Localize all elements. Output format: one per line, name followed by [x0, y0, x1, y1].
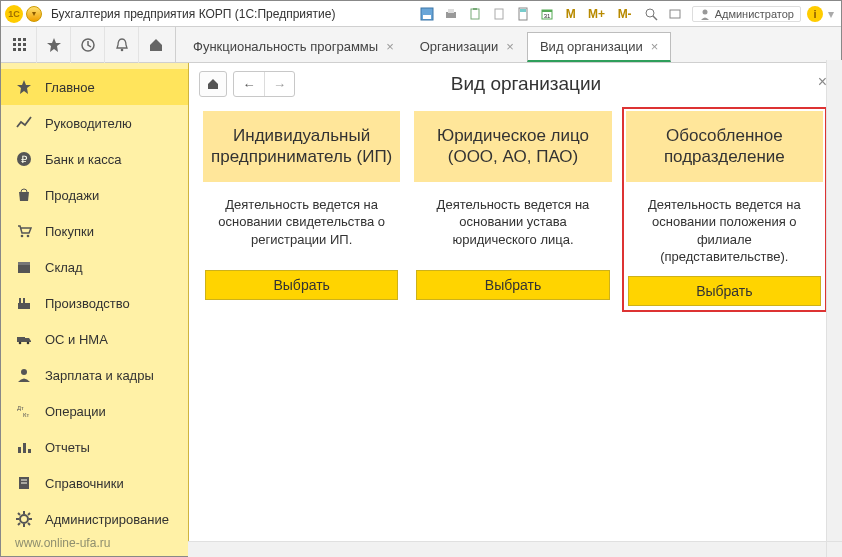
bars-icon [15, 438, 33, 456]
svg-point-39 [19, 342, 22, 345]
window-icon[interactable] [664, 4, 686, 24]
sidebar-item-dtkt[interactable]: ДтКтОперации [1, 393, 188, 429]
horizontal-scrollbar[interactable] [188, 541, 826, 557]
tab-2[interactable]: Вид организации× [527, 32, 671, 62]
m-button[interactable]: M [560, 4, 582, 24]
card-description: Деятельность ведется на основании положе… [626, 182, 823, 276]
apps-grid-icon[interactable] [3, 27, 37, 63]
sidebar-item-label: Зарплата и кадры [45, 368, 154, 383]
sidebar-item-label: Отчеты [45, 440, 90, 455]
history-icon[interactable] [71, 27, 105, 63]
svg-rect-17 [18, 38, 21, 41]
svg-line-58 [18, 523, 20, 525]
tab-close-icon[interactable]: × [651, 39, 659, 54]
sidebar-item-bag[interactable]: Продажи [1, 177, 188, 213]
calculator-icon[interactable] [512, 4, 534, 24]
org-type-card-1: Юридическое лицо (ООО, АО, ПАО)Деятельно… [410, 107, 615, 312]
card-title: Индивидуальный предприниматель (ИП) [203, 111, 400, 182]
svg-point-41 [21, 369, 27, 375]
tab-label: Вид организации [540, 39, 643, 54]
info-dropdown-icon[interactable]: ▾ [825, 4, 837, 24]
card-title: Юридическое лицо (ООО, АО, ПАО) [414, 111, 611, 182]
sidebar-item-bars[interactable]: Отчеты [1, 429, 188, 465]
bell-icon[interactable] [105, 27, 139, 63]
org-type-card-2: Обособленное подразделениеДеятельность в… [622, 107, 827, 312]
svg-line-56 [28, 523, 30, 525]
book-icon [15, 474, 33, 492]
svg-rect-19 [13, 43, 16, 46]
svg-point-15 [702, 9, 707, 14]
page-title: Вид организации [221, 73, 831, 95]
sidebar-item-label: Администрирование [45, 512, 169, 527]
sidebar-item-star[interactable]: Главное [1, 69, 188, 105]
footer-link[interactable]: www.online-ufa.ru [15, 536, 110, 550]
sidebar-item-label: Руководителю [45, 116, 132, 131]
titlebar: 1C ▾ Бухгалтерия предприятия КОРП (1С:Пр… [1, 1, 841, 27]
svg-rect-21 [23, 43, 26, 46]
app-menu-dropdown[interactable]: ▾ [26, 6, 42, 22]
svg-rect-23 [18, 48, 21, 51]
document-icon[interactable] [488, 4, 510, 24]
svg-rect-24 [23, 48, 26, 51]
sidebar-item-factory[interactable]: Производство [1, 285, 188, 321]
sidebar-item-person[interactable]: Зарплата и кадры [1, 357, 188, 393]
box-icon [15, 258, 33, 276]
sidebar-item-gear[interactable]: Администрирование [1, 501, 188, 537]
star-icon [15, 78, 33, 96]
select-button[interactable]: Выбрать [416, 270, 609, 300]
select-button[interactable]: Выбрать [205, 270, 398, 300]
svg-rect-6 [495, 9, 503, 19]
sidebar-item-chart[interactable]: Руководителю [1, 105, 188, 141]
scroll-corner [826, 541, 842, 557]
svg-marker-28 [17, 80, 31, 94]
save-icon[interactable] [416, 4, 438, 24]
user-chip[interactable]: Администратор [692, 6, 801, 22]
info-icon[interactable]: i [807, 6, 823, 22]
svg-rect-36 [19, 298, 21, 303]
svg-rect-4 [471, 9, 479, 19]
zoom-icon[interactable] [640, 4, 662, 24]
sidebar-item-label: Справочники [45, 476, 124, 491]
app-title: Бухгалтерия предприятия КОРП (1С:Предпри… [51, 7, 335, 21]
svg-rect-10 [542, 10, 552, 12]
tab-label: Функциональность программы [193, 39, 378, 54]
svg-rect-22 [13, 48, 16, 51]
chart-icon [15, 114, 33, 132]
sidebar-item-truck[interactable]: ОС и НМА [1, 321, 188, 357]
tab-close-icon[interactable]: × [506, 39, 514, 54]
cart-icon [15, 222, 33, 240]
sidebar-item-box[interactable]: Склад [1, 249, 188, 285]
tab-close-icon[interactable]: × [386, 39, 394, 54]
print-icon[interactable] [440, 4, 462, 24]
m-minus-button[interactable]: M- [612, 4, 638, 24]
svg-rect-20 [18, 43, 21, 46]
favorite-star-icon[interactable] [37, 27, 71, 63]
card-description: Деятельность ведется на основании свидет… [203, 182, 400, 270]
sidebar-item-label: Операции [45, 404, 106, 419]
sidebar-item-cart[interactable]: Покупки [1, 213, 188, 249]
ruble-icon: ₽ [15, 150, 33, 168]
clipboard-icon[interactable] [464, 4, 486, 24]
svg-rect-45 [23, 443, 26, 453]
card-description: Деятельность ведется на основании устава… [414, 182, 611, 270]
select-button[interactable]: Выбрать [628, 276, 821, 306]
tab-label: Организации [420, 39, 499, 54]
home-icon[interactable] [139, 27, 173, 63]
svg-line-57 [28, 513, 30, 515]
svg-rect-33 [18, 264, 30, 273]
tab-0[interactable]: Функциональность программы× [180, 31, 407, 61]
m-plus-button[interactable]: M+ [584, 4, 610, 24]
svg-text:Дт: Дт [17, 405, 24, 411]
tab-1[interactable]: Организации× [407, 31, 527, 61]
svg-text:31: 31 [543, 13, 550, 19]
svg-rect-14 [670, 10, 680, 18]
svg-rect-35 [18, 303, 30, 309]
svg-point-40 [27, 342, 30, 345]
vertical-scrollbar[interactable] [826, 60, 842, 541]
svg-point-27 [120, 48, 123, 51]
sidebar-item-book[interactable]: Справочники [1, 465, 188, 501]
svg-rect-3 [448, 9, 454, 13]
calendar-icon[interactable]: 31 [536, 4, 558, 24]
user-name: Администратор [715, 8, 794, 20]
sidebar-item-ruble[interactable]: ₽Банк и касса [1, 141, 188, 177]
